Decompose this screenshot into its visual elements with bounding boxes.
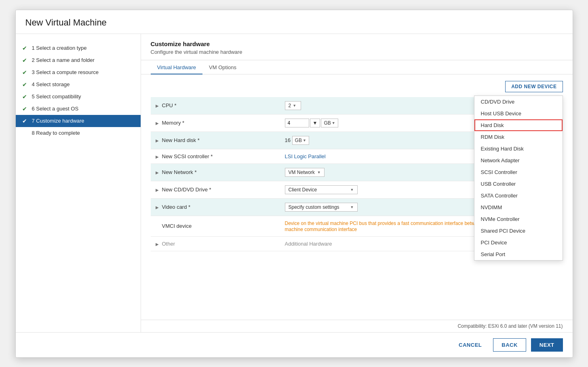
content-header: Customize hardware Configure the virtual… xyxy=(141,34,573,60)
dropdown-item-serial-port[interactable]: Serial Port xyxy=(474,248,563,260)
hw-label-cpu: CPU * xyxy=(162,102,177,108)
caret-icon: ▼ xyxy=(332,121,335,125)
add-device-bar: ADD NEW DEVICE CD/DVD DriveHost USB Devi… xyxy=(151,81,563,92)
dialog-title: New Virtual Machine xyxy=(16,10,573,34)
vmci-description: Device on the virtual machine PCI bus th… xyxy=(285,221,506,226)
check-icon-step5: ✔ xyxy=(22,93,29,100)
dropdown-item-usb-controller[interactable]: USB Controller xyxy=(474,178,563,190)
compatibility-text: Compatibility: ESXi 6.0 and later (VM ve… xyxy=(457,323,563,329)
sidebar: ✔1 Select a creation type✔2 Select a nam… xyxy=(16,34,141,332)
other-value: Additional Hardware xyxy=(285,241,332,247)
memory-unit-select[interactable]: ▼ xyxy=(310,119,320,127)
dropdown-item-host-usb[interactable]: Host USB Device xyxy=(474,108,563,119)
new-cddvd-select[interactable]: Client Device▼ xyxy=(285,185,358,194)
sidebar-label-step5: 5 Select compatibility xyxy=(32,93,81,100)
caret-icon: ▼ xyxy=(303,138,306,142)
hardware-content: ADD NEW DEVICE CD/DVD DriveHost USB Devi… xyxy=(141,74,573,320)
expand-icon-new-cddvd[interactable]: ▶ xyxy=(156,188,159,192)
dropdown-item-hard-disk[interactable]: Hard Disk xyxy=(474,119,563,131)
dropdown-item-network-adapter[interactable]: Network Adapter xyxy=(474,155,563,166)
dropdown-item-scsi-controller[interactable]: SCSI Controller xyxy=(474,166,563,178)
disk-unit-select[interactable]: GB ▼ xyxy=(292,136,309,145)
sidebar-label-step1: 1 Select a creation type xyxy=(32,45,87,51)
dropdown-item-sata-controller[interactable]: SATA Controller xyxy=(474,190,563,202)
disk-size-value: 16 xyxy=(285,137,292,143)
add-new-device-button[interactable]: ADD NEW DEVICE xyxy=(505,81,563,92)
expand-icon-cpu[interactable]: ▶ xyxy=(156,104,159,108)
network-select[interactable]: VM Network ▼ xyxy=(285,168,325,177)
sidebar-label-step8: 8 Ready to complete xyxy=(32,130,80,136)
dialog-body: ✔1 Select a creation type✔2 Select a nam… xyxy=(16,34,573,332)
check-icon-step4: ✔ xyxy=(22,81,29,88)
scsi-value[interactable]: LSI Logic Parallel xyxy=(285,153,326,159)
sidebar-item-step3[interactable]: ✔3 Select a compute resource xyxy=(16,66,141,78)
compatibility-bar: Compatibility: ESXi 6.0 and later (VM ve… xyxy=(141,320,573,332)
content-header-subtitle: Configure the virtual machine hardware xyxy=(151,49,563,55)
hw-label-new-network: New Network * xyxy=(162,169,197,175)
caret-icon: ▼ xyxy=(317,170,321,174)
next-button[interactable]: NEXT xyxy=(531,338,563,352)
dropdown-item-cd-dvd[interactable]: CD/DVD Drive xyxy=(474,96,563,108)
video-card-select[interactable]: Specify custom settings▼ xyxy=(285,203,358,212)
vmci-description-2: machine communication interface xyxy=(285,227,357,232)
expand-icon-new-scsi[interactable]: ▶ xyxy=(156,155,159,159)
check-icon-step2: ✔ xyxy=(22,57,29,64)
expand-icon-other[interactable]: ▶ xyxy=(156,242,159,246)
sidebar-item-step6[interactable]: ✔6 Select a guest OS xyxy=(16,103,141,115)
dialog-footer: CANCEL BACK NEXT xyxy=(16,332,573,357)
check-icon-step3: ✔ xyxy=(22,69,29,76)
tab-vm-options[interactable]: VM Options xyxy=(202,60,243,74)
sidebar-item-step5[interactable]: ✔5 Select compatibility xyxy=(16,91,141,103)
expand-icon-new-network[interactable]: ▶ xyxy=(156,170,159,175)
dropdown-item-nvdimm[interactable]: NVDIMM xyxy=(474,202,563,213)
check-icon-step7: ✔ xyxy=(22,118,29,124)
sidebar-item-step2[interactable]: ✔2 Select a name and folder xyxy=(16,54,141,66)
main-content: Customize hardware Configure the virtual… xyxy=(141,34,573,332)
expand-icon-new-hard-disk[interactable]: ▶ xyxy=(156,138,159,143)
tabs-bar: Virtual HardwareVM Options xyxy=(141,60,573,74)
content-header-title: Customize hardware xyxy=(151,40,563,47)
dropdown-item-existing-hard-disk[interactable]: Existing Hard Disk xyxy=(474,143,563,155)
dropdown-item-shared-pci[interactable]: Shared PCI Device xyxy=(474,225,563,237)
hw-label-vmci: VMCI device xyxy=(162,223,192,229)
device-dropdown-menu: CD/DVD DriveHost USB DeviceHard DiskRDM … xyxy=(474,95,563,261)
new-vm-dialog: New Virtual Machine ✔1 Select a creation… xyxy=(15,10,573,358)
sidebar-item-step8[interactable]: 8 Ready to complete xyxy=(16,127,141,139)
cancel-button[interactable]: CANCEL xyxy=(452,339,488,351)
hw-label-other: Other xyxy=(162,241,175,247)
sidebar-label-step4: 4 Select storage xyxy=(32,81,70,87)
caret-icon: ▼ xyxy=(293,104,296,108)
back-button[interactable]: BACK xyxy=(493,338,526,352)
hw-label-new-scsi: New SCSI controller * xyxy=(162,153,213,159)
hw-label-new-cddvd: New CD/DVD Drive * xyxy=(162,187,211,193)
tab-virtual-hardware[interactable]: Virtual Hardware xyxy=(151,60,203,74)
sidebar-item-step1[interactable]: ✔1 Select a creation type xyxy=(16,42,141,54)
expand-icon-video-card[interactable]: ▶ xyxy=(156,205,159,210)
dropdown-item-nvme-controller[interactable]: NVMe Controller xyxy=(474,213,563,225)
dropdown-item-rdm-disk[interactable]: RDM Disk xyxy=(474,131,563,143)
sidebar-label-step6: 6 Select a guest OS xyxy=(32,106,79,112)
sidebar-label-step7: 7 Customize hardware xyxy=(32,118,84,124)
hw-label-memory: Memory * xyxy=(162,120,185,126)
caret-icon: ▼ xyxy=(350,188,354,192)
expand-icon-memory[interactable]: ▶ xyxy=(156,121,159,125)
sidebar-label-step2: 2 Select a name and folder xyxy=(32,57,95,63)
memory-gb-select[interactable]: GB ▼ xyxy=(321,119,338,127)
video-card-value: Specify custom settings xyxy=(289,204,339,210)
memory-input[interactable] xyxy=(285,119,309,127)
caret-icon: ▼ xyxy=(350,205,354,209)
cpu-select[interactable]: 2 ▼ xyxy=(285,101,301,110)
new-cddvd-value: Client Device xyxy=(289,187,317,193)
hw-label-video-card: Video card * xyxy=(162,204,191,210)
hw-label-new-hard-disk: New Hard disk * xyxy=(162,137,200,143)
sidebar-item-step4[interactable]: ✔4 Select storage xyxy=(16,78,141,91)
check-icon-step6: ✔ xyxy=(22,106,29,112)
sidebar-label-step3: 3 Select a compute resource xyxy=(32,69,99,75)
check-icon-step1: ✔ xyxy=(22,45,29,51)
dropdown-item-pci-device[interactable]: PCI Device xyxy=(474,237,563,248)
sidebar-item-step7[interactable]: ✔7 Customize hardware xyxy=(16,115,141,127)
